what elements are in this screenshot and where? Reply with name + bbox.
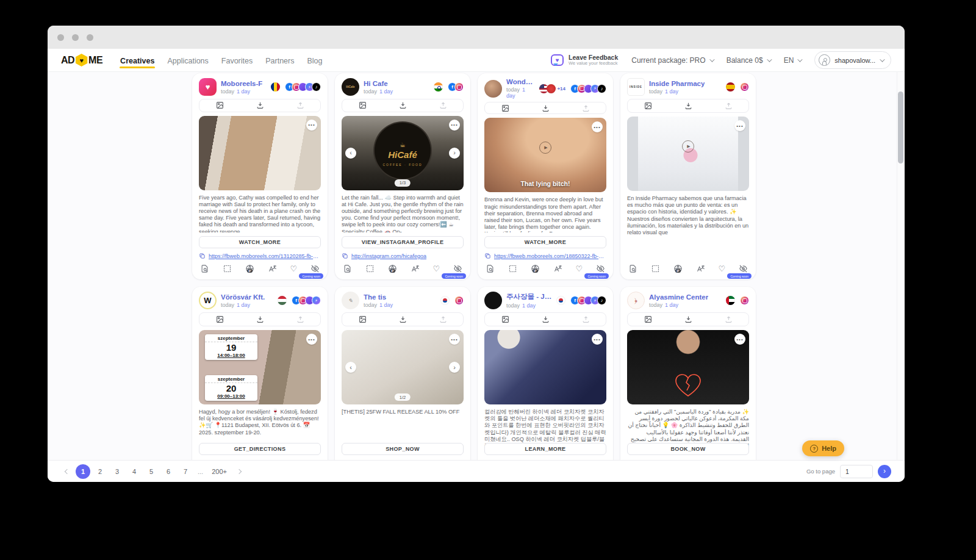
- translate-icon[interactable]: [268, 264, 277, 273]
- nav-applications[interactable]: Applications: [167, 51, 209, 70]
- window-control-icon[interactable]: [87, 34, 93, 41]
- preview-image-button[interactable]: [485, 313, 525, 326]
- ip-info-icon[interactable]: IP: [388, 264, 397, 273]
- page-button[interactable]: 6: [161, 464, 176, 479]
- nav-favorites[interactable]: Favorites: [221, 51, 253, 70]
- preview-image-button[interactable]: [342, 99, 382, 112]
- favorite-icon[interactable]: ♡: [718, 265, 725, 273]
- page-button[interactable]: 2: [93, 464, 107, 479]
- creative-preview-image[interactable]: •••: [484, 330, 606, 404]
- more-options-button[interactable]: •••: [592, 334, 603, 345]
- next-page-button[interactable]: [233, 464, 245, 479]
- favorite-icon[interactable]: ♡: [432, 265, 440, 273]
- cta-button[interactable]: LEARN_MORE: [484, 443, 606, 455]
- cta-button[interactable]: VIEW_INSTAGRAM_PROFILE: [342, 236, 464, 248]
- download-button[interactable]: [382, 99, 423, 112]
- landing-page-icon[interactable]: [486, 264, 495, 273]
- more-options-button[interactable]: •••: [306, 120, 317, 131]
- frames-icon[interactable]: [508, 264, 517, 273]
- balance-dropdown[interactable]: Balance 0$: [727, 56, 770, 65]
- page-button[interactable]: 7: [178, 464, 193, 479]
- download-button[interactable]: [525, 102, 565, 113]
- preview-image-button[interactable]: [485, 102, 525, 113]
- copy-link-icon[interactable]: [342, 253, 348, 259]
- creative-preview-image[interactable]: •••: [199, 116, 321, 190]
- nav-blog[interactable]: Blog: [306, 51, 323, 70]
- brand-name-link[interactable]: Inside Pharmacy: [649, 80, 705, 87]
- landing-link[interactable]: https://fbweb.moboreels.com/13120285-fb-…: [209, 253, 321, 259]
- landing-link[interactable]: http://instagram.com/hicafegoa: [351, 253, 426, 259]
- cta-button[interactable]: SHOP_NOW: [342, 443, 464, 455]
- download-button[interactable]: [525, 313, 565, 326]
- creative-preview-image[interactable]: HiCafé COFFEE · FOOD ••• ‹ › 1/3: [342, 116, 464, 190]
- preview-image-button[interactable]: [199, 313, 240, 326]
- package-dropdown[interactable]: Current package: PRO: [631, 56, 712, 65]
- hide-icon[interactable]: Coming soon: [596, 264, 605, 273]
- frames-icon[interactable]: [651, 264, 660, 273]
- play-icon[interactable]: ▶: [682, 140, 694, 153]
- scrollbar-track[interactable]: [897, 72, 905, 460]
- page-button[interactable]: 3: [110, 464, 124, 479]
- scrollbar-thumb[interactable]: [898, 92, 903, 163]
- window-control-icon[interactable]: [72, 34, 79, 41]
- copy-link-icon[interactable]: [484, 253, 491, 259]
- brand-name-link[interactable]: Hi Cafe: [364, 80, 393, 87]
- creative-preview-video[interactable]: ••• ▶: [627, 117, 749, 191]
- adme-logo[interactable]: AD ♥ ME: [61, 54, 102, 66]
- carousel-prev-button[interactable]: ‹: [345, 362, 356, 373]
- more-options-button[interactable]: •••: [306, 334, 317, 345]
- leave-feedback-button[interactable]: ♥ Leave Feedback We value your feedback: [551, 54, 618, 66]
- creative-preview-video[interactable]: ••• ▶ That lying bitch!: [484, 118, 606, 192]
- carousel-prev-button[interactable]: ‹: [345, 148, 356, 159]
- frames-icon[interactable]: [365, 264, 375, 273]
- hide-icon[interactable]: Coming soon: [453, 264, 462, 273]
- cta-button[interactable]: GET_DIRECTIONS: [199, 443, 321, 455]
- preview-image-button[interactable]: [628, 313, 668, 326]
- brand-name-link[interactable]: Vörösvár Kft.: [221, 293, 265, 301]
- page-button[interactable]: 5: [144, 464, 159, 479]
- translate-icon[interactable]: [696, 264, 705, 273]
- play-icon[interactable]: ▶: [539, 142, 551, 154]
- download-button[interactable]: [668, 313, 708, 326]
- copy-link-icon[interactable]: [199, 253, 206, 259]
- goto-page-input[interactable]: [840, 465, 873, 478]
- preview-image-button[interactable]: [199, 99, 240, 112]
- help-button[interactable]: ? Help: [802, 440, 844, 456]
- landing-page-icon[interactable]: [200, 264, 209, 273]
- more-options-button[interactable]: •••: [734, 334, 745, 345]
- landing-link[interactable]: https://fbweb.moboreels.com/18850322-fb-…: [494, 253, 606, 259]
- creative-preview-image[interactable]: ••• ‹ › 1/2: [342, 330, 464, 404]
- landing-page-icon[interactable]: [628, 264, 637, 273]
- translate-icon[interactable]: [553, 264, 562, 273]
- download-button[interactable]: [240, 99, 280, 112]
- nav-partners[interactable]: Partners: [265, 51, 295, 70]
- translate-icon[interactable]: [411, 264, 420, 273]
- carousel-next-button[interactable]: ›: [449, 362, 460, 373]
- prev-page-button[interactable]: [61, 464, 73, 479]
- goto-page-button[interactable]: ›: [878, 465, 891, 478]
- brand-name-link[interactable]: The tis: [364, 293, 393, 301]
- more-options-button[interactable]: •••: [449, 334, 460, 345]
- ip-info-icon[interactable]: IP: [245, 264, 254, 273]
- cta-button[interactable]: WATCH_MORE: [484, 236, 606, 248]
- more-options-button[interactable]: •••: [592, 121, 603, 132]
- download-button[interactable]: [240, 313, 280, 326]
- brand-name-link[interactable]: Alyasmine Center: [649, 293, 708, 301]
- more-options-button[interactable]: •••: [734, 120, 745, 131]
- preview-image-button[interactable]: [342, 313, 382, 326]
- download-button[interactable]: [382, 313, 423, 326]
- language-dropdown[interactable]: EN: [784, 56, 802, 65]
- carousel-next-button[interactable]: ›: [449, 148, 460, 159]
- landing-page-icon[interactable]: [343, 264, 352, 273]
- frames-icon[interactable]: [223, 264, 232, 273]
- ip-info-icon[interactable]: IP: [531, 264, 540, 273]
- brand-name-link[interactable]: Moboreels-F: [221, 80, 262, 87]
- download-button[interactable]: [668, 99, 708, 112]
- brand-name-link[interactable]: 주사장몰 - Joosajangmall: [506, 292, 552, 301]
- last-page-button[interactable]: 200+: [208, 464, 231, 479]
- preview-image-button[interactable]: [628, 99, 668, 112]
- cta-button[interactable]: BOOK_NOW: [627, 443, 749, 455]
- creative-preview-image[interactable]: •••: [627, 330, 749, 404]
- cta-button[interactable]: WATCH_MORE: [199, 236, 321, 248]
- ip-info-icon[interactable]: IP: [673, 264, 683, 273]
